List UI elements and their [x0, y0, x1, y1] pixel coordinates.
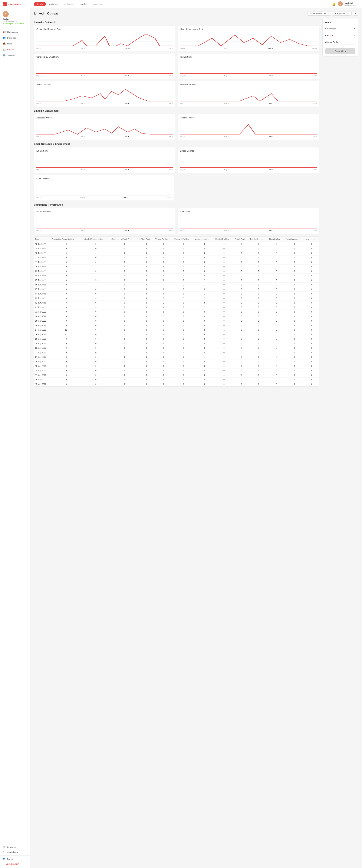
table-cell-value: 4	[82, 251, 110, 255]
more-options-button[interactable]: ▾	[353, 11, 358, 16]
user-menu[interactable]: L Leadbird carl@leadbird.io ▾	[338, 1, 358, 7]
table-cell-value: 5	[82, 278, 110, 283]
table-row: 18 May 20220000000000000	[34, 369, 319, 373]
tab-insights[interactable]: Insights	[77, 2, 90, 6]
sidebar-item-back-to-admin[interactable]: ↩ Back to admin	[0, 861, 30, 866]
table-cell-value: 0	[249, 251, 268, 255]
table-cell-value: 0	[233, 269, 249, 274]
filter-campaigns-label[interactable]: Campaigns ▾	[325, 26, 355, 31]
table-cell-value: 0	[214, 341, 234, 346]
table-cell-value: 0	[110, 337, 138, 341]
chart-accepted-invites-title: Accepted Invites	[36, 117, 173, 119]
back-admin-label: Back to admin	[6, 863, 19, 865]
table-cell-value: 0	[173, 246, 194, 251]
notifications-icon[interactable]: 🔔	[332, 2, 336, 6]
sidebar-item-reports[interactable]: 📊 Reports	[0, 46, 30, 52]
table-cell-value: 0	[51, 314, 82, 319]
tab-coming-soon-2[interactable]: Coming soon	[90, 2, 106, 6]
table-cell-value: 0	[82, 287, 110, 292]
table-cell-value: 0	[285, 310, 305, 314]
table-cell-date: 10 Jun 2022	[34, 265, 51, 269]
table-cell-value: 0	[173, 341, 194, 346]
table-cell-value: 0	[233, 337, 249, 341]
sidebar-item-prospects[interactable]: 👥 Prospects	[0, 35, 30, 41]
table-cell-value: 3	[82, 296, 110, 301]
table-cell-value: 0	[268, 332, 285, 337]
table-cell-value: 0	[233, 242, 249, 246]
sidebar-item-settings[interactable]: ⚙️ Settings	[0, 52, 30, 58]
sidebar-item-templates[interactable]: 📋 Templates	[0, 845, 30, 849]
table-row: 20 May 20220000000000000	[34, 360, 319, 364]
tab-coming-soon-1[interactable]: Coming soon	[61, 2, 77, 6]
chart-emails-sent-area	[36, 153, 173, 168]
table-cell-value: 0	[173, 260, 194, 265]
table-cell-value: 0	[51, 377, 82, 382]
section-linkedin-engagement: Linkedin Engagement	[34, 110, 319, 112]
table-cell-value: 0	[194, 350, 214, 355]
table-cell-value: 0	[173, 332, 194, 337]
table-cell-value: 0	[154, 246, 173, 251]
sidebar-item-integrations[interactable]: 🔗 Integrations	[0, 849, 30, 854]
sidebar-collapse-button[interactable]: ‹	[24, 2, 27, 6]
col-viewed-profiles: Viewed Profiles	[154, 237, 173, 242]
table-cell-value: 0	[110, 314, 138, 319]
table-cell-value: 0	[138, 287, 154, 292]
table-cell-value: 0	[249, 310, 268, 314]
table-cell-value: 0	[233, 360, 249, 364]
table-cell-value: 0	[268, 341, 285, 346]
filter-campaigns[interactable]: Campaigns ▾	[325, 26, 355, 31]
table-cell-value: 0	[305, 287, 319, 292]
col-new-leads: New Leads	[305, 237, 319, 242]
user-email: carl_j@hotgoo.com	[3, 20, 17, 22]
sidebar-item-campaigns[interactable]: 📢 Campaigns	[0, 29, 30, 35]
table-cell-value: 0	[305, 260, 319, 265]
table-cell-value: 0	[138, 341, 154, 346]
table-cell-date: 13 Jun 2022	[34, 251, 51, 255]
table-cell-value: 0	[154, 260, 173, 265]
table-cell-value: 0	[110, 377, 138, 382]
filter-period[interactable]: Period ▾	[325, 33, 355, 38]
logo-area: L LEADBIRD ‹	[0, 0, 30, 9]
table-cell-value: 0	[194, 314, 214, 319]
table-cell-value: 3	[82, 305, 110, 310]
table-cell-value: 0	[249, 314, 268, 319]
chart-links-clicked: Links Clicked May 16 May 24 Jun 01 Jun 0…	[34, 175, 174, 201]
campaigns-charts-grid: New Customers May 16 May 24 Jun 01 Jun 0…	[34, 208, 319, 234]
sidebar-item-inbox[interactable]: 📥 Inbox	[0, 41, 30, 46]
logo-text: LEADBIRD	[8, 3, 21, 6]
charts-area: Linkedin Outreach Connection Requests Se…	[34, 18, 319, 386]
table-cell-value: 0	[285, 364, 305, 369]
table-cell-value: 0	[249, 341, 268, 346]
tab-activity[interactable]: Activity	[34, 2, 46, 6]
logo-icon: L	[3, 2, 7, 6]
table-cell-value: 0	[233, 364, 249, 369]
table-cell-date: 11 Jun 2022	[34, 260, 51, 265]
table-cell-value: 0	[305, 328, 319, 332]
chart-followed-profiles-title: Followed Profiles	[180, 84, 317, 86]
apply-filters-button[interactable]: Apply filters	[325, 49, 355, 54]
table-cell-value: 0	[154, 332, 173, 337]
export-csv-button[interactable]: ⬇ Export as CSV	[333, 11, 352, 16]
filter-custom-period-label[interactable]: Custom Period ▾	[325, 40, 355, 44]
table-cell-value: 0	[249, 269, 268, 274]
filter-box: Filter Campaigns ▾ Period ▾	[323, 18, 358, 57]
sidebar-item-admin[interactable]: 👤 Admin	[0, 857, 30, 861]
get-detailed-report-button[interactable]: 📄 Get Detailed Report	[307, 11, 331, 16]
col-connects-email: Connects by Email Sent	[110, 237, 138, 242]
table-cell-value: 0	[233, 355, 249, 360]
table-cell-value: 0	[154, 287, 173, 292]
table-cell-value: 0	[110, 360, 138, 364]
table-cell-value: 0	[82, 355, 110, 360]
table-cell-value: 0	[194, 251, 214, 255]
table-cell-value: 0	[268, 255, 285, 260]
table-cell-value: 0	[51, 265, 82, 269]
table-cell-value: 0	[233, 287, 249, 292]
filter-custom-period[interactable]: Custom Period ▾	[325, 40, 355, 44]
filter-period-label[interactable]: Period ▾	[325, 33, 355, 38]
chart-emails-opened-xaxis: May 16 May 24 Jun 01 Jun 08	[180, 169, 317, 170]
table-cell-value: 0	[51, 242, 82, 246]
tab-audience[interactable]: Audience	[47, 2, 60, 6]
email-charts-grid: Emails Sent May 16 May 24 Jun 01 Jun 08	[34, 147, 319, 173]
table-cell-value: 0	[305, 251, 319, 255]
table-cell-value: 0	[268, 269, 285, 274]
